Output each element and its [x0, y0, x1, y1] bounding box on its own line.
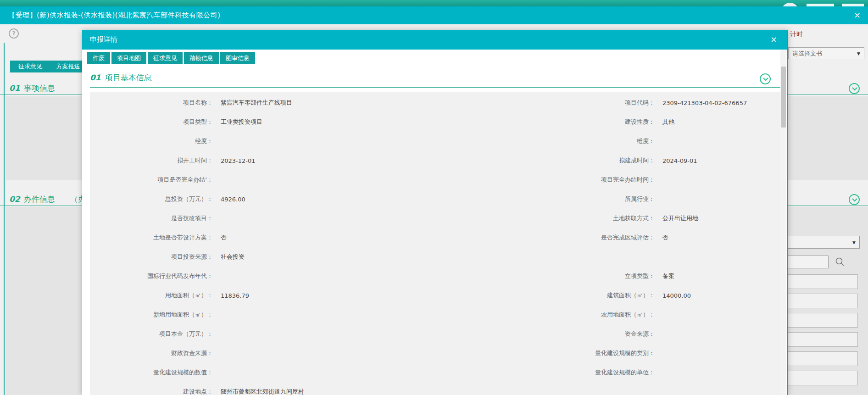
- field-label: 项目完全办结时间：: [435, 176, 655, 184]
- field-cell: 国标行业代码发布年代：: [90, 272, 435, 280]
- field-label: 量化建设规模的单位：: [435, 368, 655, 377]
- collapse-chevron-icon[interactable]: [849, 83, 860, 94]
- field-label: 项目投资来源：: [90, 253, 213, 261]
- field-cell: 项目本金（万元）：: [90, 330, 435, 338]
- field-row: 经度：维度：: [90, 132, 781, 151]
- document-select[interactable]: 请选择文书 ▼: [788, 47, 864, 59]
- field-row: 量化建设规模的数值：量化建设规模的单位：: [90, 363, 781, 382]
- field-label: 建筑面积（㎡）：: [435, 291, 655, 300]
- modal-toolbar-button-1[interactable]: 项目地图: [111, 52, 146, 64]
- field-cell: 用地面积（㎡）：11836.79: [90, 291, 435, 300]
- modal-section-number: 01: [90, 73, 101, 82]
- bg-right-input-1[interactable]: [783, 274, 858, 289]
- search-icon[interactable]: [835, 257, 845, 267]
- field-row: 建设地点：随州市曾都区北郊街道九间屋村: [90, 382, 781, 395]
- field-label: 所属行业：: [435, 195, 655, 203]
- bg-right-input-4[interactable]: [783, 332, 858, 347]
- field-value: 4926.00: [221, 196, 245, 203]
- field-label: 拟建成时间：: [435, 156, 655, 165]
- field-label: 新增用地面积（㎡）：: [90, 311, 213, 319]
- chevron-down-icon: ▼: [852, 236, 856, 249]
- field-cell: 所属行业：: [435, 195, 781, 203]
- modal-toolbar-button-2[interactable]: 征求意见: [148, 52, 183, 64]
- field-value: 14000.00: [662, 292, 691, 299]
- collapse-chevron-icon[interactable]: [849, 194, 860, 205]
- collapse-chevron-icon[interactable]: [760, 73, 771, 84]
- bg-button-solicit-opinions[interactable]: 征求意见: [10, 61, 50, 72]
- modal-toolbar-button-0[interactable]: 作废: [87, 52, 110, 64]
- field-label: 财政资金来源：: [90, 349, 213, 357]
- bg-section1-title: 事项信息: [24, 83, 55, 93]
- help-icon[interactable]: ?: [9, 28, 19, 39]
- field-label: 项目名称：: [90, 99, 213, 107]
- field-label: 土地是否带设计方案：: [90, 234, 213, 242]
- document-select-value: 请选择文书: [792, 50, 822, 57]
- bg-right-search-input[interactable]: [785, 256, 829, 268]
- bg-right-select[interactable]: ▼: [785, 236, 860, 249]
- bg-section1-number: 01: [9, 83, 20, 93]
- field-value: 社会投资: [221, 253, 245, 261]
- bg-right-input-5[interactable]: [783, 351, 858, 366]
- modal-toolbar-button-4[interactable]: 图审信息: [220, 52, 255, 64]
- window-title: 【受理】(新)供水报装-(供水报装)(湖北紫宸汽车部件科技有限公司): [8, 11, 221, 20]
- window-close-icon[interactable]: ×: [852, 10, 862, 20]
- field-row: 用地面积（㎡）：11836.79建筑面积（㎡）：14000.00: [90, 286, 781, 305]
- bg-section2-number: 02: [9, 195, 20, 204]
- field-label: 量化建设规模的数值：: [90, 368, 213, 377]
- modal-body: 项目名称：紫宸汽车零部件生产线项目项目代码：2309-421303-04-02-…: [90, 92, 781, 395]
- field-cell: 项目是否完全办结'：: [90, 176, 435, 184]
- field-label: 维度：: [435, 137, 655, 145]
- field-label: 项目类型：: [90, 118, 213, 126]
- bg-right-input-3[interactable]: [783, 313, 858, 328]
- bg-right-input-2[interactable]: [783, 294, 858, 308]
- field-row: 项目投资来源：社会投资: [90, 247, 781, 267]
- field-label: 土地获取方式：: [435, 214, 655, 223]
- field-cell: 总投资（万元）：4926.00: [90, 195, 435, 203]
- field-cell: 新增用地面积（㎡）：: [90, 311, 435, 319]
- chevron-down-icon: ▼: [857, 48, 860, 60]
- field-row: 总投资（万元）：4926.00所属行业：: [90, 189, 781, 209]
- user-avatar[interactable]: [781, 3, 799, 6]
- field-row: 是否技改项目：土地获取方式：公开出让用地: [90, 209, 781, 228]
- field-row: 项目类型：工业类投资项目建设性质：其他: [90, 112, 781, 132]
- field-cell: 项目类型：工业类投资项目: [90, 118, 435, 126]
- bg-right-input-6[interactable]: [783, 371, 858, 385]
- field-label: 建设地点：: [90, 388, 213, 395]
- modal-close-icon[interactable]: ×: [770, 34, 777, 44]
- field-label: 项目是否完全办结'：: [90, 176, 213, 184]
- field-cell: 土地获取方式：公开出让用地: [435, 214, 781, 223]
- bg-section2-title: 办件信息: [24, 195, 55, 204]
- field-label: 用地面积（㎡）：: [90, 291, 213, 300]
- field-cell: 资金来源：: [435, 330, 781, 338]
- field-value: 其他: [662, 118, 674, 126]
- modal-scrollbar-thumb[interactable]: [781, 67, 786, 128]
- field-label: 是否完成区域评估：: [435, 234, 655, 242]
- field-label: 资金来源：: [435, 330, 655, 338]
- field-cell: 经度：: [90, 137, 435, 145]
- field-label: 总投资（万元）：: [90, 195, 213, 203]
- field-cell: 项目投资来源：社会投资: [90, 253, 435, 261]
- field-cell: 量化建设规模的类别：: [435, 349, 781, 357]
- field-label: 项目本金（万元）：: [90, 330, 213, 338]
- field-row: 拟开工时间：2023-12-01拟建成时间：2024-09-01: [90, 151, 781, 170]
- field-cell: 建设性质：其他: [435, 118, 781, 126]
- modal-section-title: 项目基本信息: [105, 73, 152, 82]
- modal-toolbar-button-3[interactable]: 踏勘信息: [184, 52, 219, 64]
- field-cell: 土地是否带设计方案：否: [90, 234, 435, 242]
- left-border-line: [4, 43, 5, 395]
- modal-scrollbar-track[interactable]: [780, 50, 786, 395]
- modal-header: 申报详情 ×: [82, 30, 787, 50]
- field-row: 新增用地面积（㎡）：农用地面积（㎡）：: [90, 305, 781, 324]
- field-cell: 项目代码：2309-421303-04-02-676657: [435, 99, 781, 107]
- modal-section-project-basic-info: 01项目基本信息: [90, 72, 781, 88]
- modal-title: 申报详情: [90, 35, 117, 44]
- field-value: 11836.79: [221, 292, 249, 299]
- field-label: 农用地面积（㎡）：: [435, 311, 655, 319]
- field-label: 拟开工时间：: [90, 156, 213, 165]
- field-cell: 拟开工时间：2023-12-01: [90, 156, 435, 165]
- field-cell: 拟建成时间：2024-09-01: [435, 156, 781, 165]
- field-value: 2024-09-01: [662, 157, 697, 164]
- field-cell: 量化建设规模的单位：: [435, 368, 781, 377]
- field-cell: 是否完成区域评估：否: [435, 234, 781, 242]
- field-value: 工业类投资项目: [221, 118, 262, 126]
